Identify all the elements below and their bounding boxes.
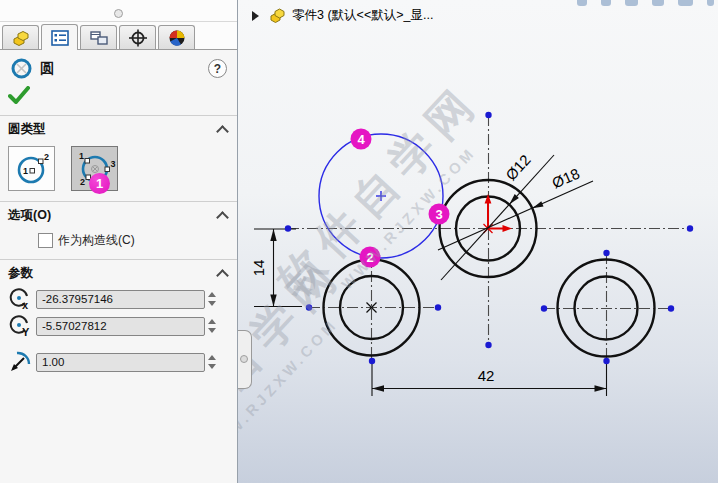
dim-text-d12[interactable]: Ø12 — [502, 151, 534, 183]
center-x-coordinate-icon: x — [8, 288, 32, 310]
circle-tool-icon — [10, 57, 33, 80]
toolbar-icon-stub[interactable] — [577, 0, 587, 6]
param-row-y: Y — [0, 313, 237, 340]
step-badge-1: 1 — [89, 173, 110, 194]
circle-type-header-label: 圆类型 — [8, 121, 46, 138]
collapse-chevron-icon[interactable] — [216, 269, 229, 282]
radius-spinner[interactable] — [208, 353, 216, 371]
active-circle-center-cross — [376, 191, 386, 201]
step-badge-3: 3 — [429, 204, 450, 225]
svg-text:2: 2 — [80, 177, 85, 187]
param-row-radius — [0, 349, 237, 376]
tab-configuration-manager[interactable] — [80, 25, 117, 49]
group-header-parameters: 参数 — [0, 260, 237, 286]
x-coordinate-input[interactable] — [36, 290, 205, 309]
group-header-options: 选项(O) — [0, 202, 237, 228]
dimxpert-icon — [128, 29, 148, 47]
x-spinner[interactable] — [208, 290, 216, 308]
center-circle-button[interactable]: 1 2 — [8, 146, 55, 191]
svg-text:2: 2 — [366, 250, 373, 265]
svg-text:2: 2 — [44, 152, 49, 162]
svg-text:3: 3 — [110, 159, 115, 169]
property-manager-icon — [51, 30, 69, 46]
view-toolbar-cropped — [563, 0, 714, 6]
toolbar-icon-stub[interactable] — [625, 0, 638, 6]
circle-type-buttons: 1 2 1 2 3 1 — [0, 142, 237, 201]
property-manager-panel: 圆 ? 圆类型 1 2 — [0, 0, 238, 483]
y-coordinate-input[interactable] — [36, 317, 205, 336]
splitter-grip[interactable] — [114, 9, 123, 18]
ok-check-icon[interactable] — [8, 86, 30, 104]
radius-icon — [8, 351, 32, 373]
y-spinner[interactable] — [208, 317, 216, 335]
radius-input[interactable] — [36, 353, 205, 372]
param-row-x: x — [0, 286, 237, 313]
dimension-horizontal-42[interactable]: 42 — [372, 362, 607, 396]
tab-feature-manager[interactable] — [2, 25, 39, 49]
construction-centerlines[interactable] — [288, 115, 690, 361]
parameters-header-label: 参数 — [8, 265, 33, 282]
construction-checkbox-label: 作为构造线(C) — [58, 232, 135, 249]
step-badge-2: 2 — [360, 247, 381, 268]
tool-title-row: 圆 ? — [0, 50, 237, 84]
part-tree-label[interactable]: 零件3 (默认<<默认>_显... — [292, 7, 433, 24]
panel-splitter[interactable] — [0, 0, 237, 22]
dim-text-42[interactable]: 42 — [478, 367, 495, 384]
part-document-icon — [269, 8, 286, 24]
svg-text:x: x — [22, 299, 29, 310]
options-header-label: 选项(O) — [8, 207, 51, 224]
svg-text:1: 1 — [23, 166, 28, 176]
toolbar-icon-stub[interactable] — [678, 0, 693, 6]
sketch-canvas[interactable]: Ø12 Ø18 14 42 — [238, 0, 718, 483]
svg-text:3: 3 — [435, 207, 442, 222]
toolbar-icon-stub[interactable] — [707, 0, 714, 6]
configuration-manager-icon — [89, 30, 109, 46]
group-header-circle-type: 圆类型 — [0, 116, 237, 142]
help-icon[interactable]: ? — [208, 59, 227, 78]
display-manager-icon — [168, 29, 186, 47]
feature-manager-part-icon — [11, 30, 31, 46]
sketch-origin — [484, 194, 513, 233]
svg-text:4: 4 — [357, 132, 365, 147]
active-sketch-circle[interactable] — [319, 134, 443, 258]
solidworks-window: { "property_panel": { "tabs": [ {"icon":… — [0, 0, 718, 483]
feature-tree-flyout[interactable]: 零件3 (默认<<默认>_显... — [252, 7, 433, 24]
step-badge-4: 4 — [351, 129, 372, 150]
tab-property-manager[interactable] — [41, 24, 78, 50]
dimension-vertical-14[interactable]: 14 — [250, 229, 302, 307]
svg-text:1: 1 — [79, 151, 84, 161]
toolbar-icon-stub[interactable] — [601, 0, 611, 6]
confirm-row — [0, 84, 237, 115]
toolbar-icon-stub[interactable] — [652, 0, 664, 6]
construction-option-row: 作为构造线(C) — [0, 228, 237, 259]
tab-dimxpert-manager[interactable] — [119, 25, 156, 49]
graphics-viewport[interactable]: 软件自学网 WWW.RJZXW.COM 软件自学网 WWW.RJZXW.COM — [238, 0, 718, 483]
center-y-coordinate-icon: Y — [8, 315, 32, 337]
svg-text:Y: Y — [22, 326, 30, 337]
panel-collapse-handle[interactable] — [238, 330, 252, 389]
construction-checkbox[interactable] — [38, 233, 53, 248]
tab-display-manager[interactable] — [158, 25, 195, 49]
center-circle-icon: 1 2 — [12, 150, 52, 188]
tutorial-step-badges: 2 3 4 — [351, 129, 450, 268]
tool-title: 圆 — [40, 60, 54, 78]
tree-expand-arrow-icon[interactable] — [252, 11, 259, 21]
dim-text-14[interactable]: 14 — [250, 260, 267, 277]
collapse-chevron-icon[interactable] — [216, 211, 229, 224]
collapse-handle-grip — [240, 355, 248, 363]
manager-tabbar — [0, 22, 237, 50]
collapse-chevron-icon[interactable] — [216, 125, 229, 138]
